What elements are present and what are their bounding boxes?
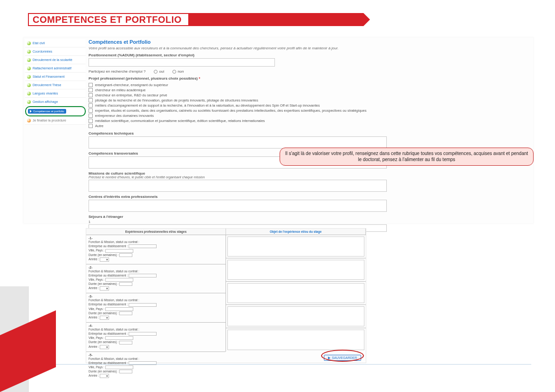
sidebar-item-scolarite[interactable]: Déroulement de la scolarité — [25, 56, 86, 64]
projet-option[interactable]: métiers d'accompagnement et de support à… — [89, 103, 532, 108]
annee-select[interactable] — [100, 345, 109, 349]
projet-checkbox-group: enseignant-chercheur, enseignant du supé… — [89, 82, 532, 128]
radio-oui[interactable]: oui — [154, 69, 164, 74]
form-sidebar: Etat civil Coordonnées Déroulement de la… — [25, 39, 86, 125]
ville-input[interactable] — [105, 249, 133, 253]
projet-option[interactable]: chercheur en milieu académique — [89, 88, 532, 93]
sidebar-item-label: Compétences et portfolio — [33, 110, 64, 113]
sidebar-item-etat-civil[interactable]: Etat civil — [25, 39, 86, 47]
duree-input[interactable] — [119, 370, 132, 373]
status-dot-icon — [27, 83, 31, 87]
checkbox-icon — [89, 88, 93, 92]
interests-label: Centres d'intérêts extra professionnels — [89, 195, 532, 199]
form-intro: Votre profil sera accessible aux recrute… — [89, 46, 532, 50]
ville-input[interactable] — [105, 278, 133, 282]
status-dot-icon — [27, 100, 31, 104]
missions-hint: Précisez le nombre d'heures, le public c… — [89, 176, 532, 179]
job-search-question: Participez en recherche d'emploi ? oui n… — [89, 69, 532, 74]
position-label: Positionnement (%ADUM) (établissement, s… — [89, 53, 532, 57]
radio-non[interactable]: non — [172, 69, 184, 74]
table-header-right: Objet de l'expérience et/ou du stage — [226, 229, 366, 235]
ent-input[interactable] — [129, 274, 157, 277]
experience-group: -2- Fonction & Mission, statut ou contra… — [86, 264, 226, 294]
annee-select[interactable] — [100, 374, 109, 378]
table-body: -1- Fonction & Mission, statut ou contra… — [86, 235, 366, 351]
form-heading: Compétences et Portfolio — [89, 39, 532, 45]
active-chip: Compétences et portfolio — [28, 109, 66, 114]
ville-input[interactable] — [105, 365, 133, 369]
experience-group: -1- Fonction & Mission, statut ou contra… — [86, 235, 226, 264]
ent-input[interactable] — [129, 244, 157, 248]
sidebar-item-label: Déroulement de la scolarité — [33, 58, 72, 61]
experience-desc-input[interactable] — [227, 306, 364, 326]
sidebar-item-these[interactable]: Déroulement Thèse — [25, 81, 86, 89]
position-input[interactable] — [89, 58, 275, 67]
sidebar-item-label: Déroulement Thèse — [33, 83, 61, 87]
sidebar-item-rattachement[interactable]: Rattachement administratif — [25, 64, 86, 73]
table-left-column: -1- Fonction & Mission, statut ou contra… — [86, 235, 226, 351]
group-title: Fonction & Mission, statut ou contrat : — [89, 298, 223, 302]
sidebar-item-finalise[interactable]: Je finalise la procédure — [25, 116, 86, 125]
experience-desc-input[interactable] — [227, 330, 364, 350]
experience-desc-cell — [226, 305, 366, 328]
projet-option[interactable]: enseignant-chercheur, enseignant du supé… — [89, 82, 532, 88]
projet-option[interactable]: pilotage de la recherche et de l'innovat… — [89, 98, 532, 103]
group-number: -4- — [89, 324, 223, 327]
ville-label: Ville, Pays : — [89, 249, 104, 252]
title-arrow-tail — [189, 13, 363, 26]
chevron-right-icon — [30, 110, 32, 113]
projet-option[interactable]: chercheur en entreprise, R&D du secteur … — [89, 93, 532, 98]
experience-desc-cell — [226, 328, 366, 351]
skills-tech-input[interactable] — [89, 136, 387, 149]
ent-input[interactable] — [129, 332, 157, 336]
projet-option[interactable]: Autre — [89, 123, 532, 128]
sidebar-item-label: Statut et Financement — [33, 75, 64, 78]
experience-desc-cell — [226, 258, 366, 282]
abroad-row-number: 1 — [89, 220, 532, 223]
sidebar-item-statut[interactable]: Statut et Financement — [25, 73, 86, 81]
duree-input[interactable] — [119, 282, 132, 286]
projet-option[interactable]: entrepreneur des domaines innovants — [89, 113, 532, 118]
duree-input[interactable] — [119, 253, 132, 257]
sidebar-item-affichage[interactable]: Gestion affichage — [25, 98, 86, 106]
slide-title-banner: COMPETENCES ET PORTFOLIO — [28, 13, 363, 26]
sidebar-item-competences[interactable]: Compétences et portfolio — [25, 106, 86, 116]
status-dot-icon — [27, 41, 31, 45]
group-title: Fonction & Mission, statut ou contrat : — [89, 327, 223, 331]
projet-option[interactable]: expertise, études et conseils, dans des … — [89, 108, 532, 113]
experience-desc-input[interactable] — [227, 260, 364, 280]
annee-select[interactable] — [100, 286, 109, 291]
sidebar-item-label: Je finalise la procédure — [33, 119, 66, 122]
group-number: -5- — [89, 353, 223, 357]
divider-line — [28, 364, 531, 365]
checkbox-icon — [89, 114, 93, 118]
projet-option[interactable]: médiation scientifique, communication et… — [89, 118, 532, 123]
annee-select[interactable] — [100, 316, 109, 320]
duree-input[interactable] — [119, 341, 132, 345]
checkbox-icon — [89, 119, 93, 123]
sidebar-item-label: Coordonnées — [33, 50, 52, 53]
ent-input[interactable] — [129, 303, 157, 307]
annee-select[interactable] — [100, 257, 109, 262]
sidebar-item-coordonnees[interactable]: Coordonnées — [25, 47, 86, 56]
radio-icon — [172, 70, 176, 74]
experience-group: -3- Fonction & Mission, statut ou contra… — [86, 293, 226, 323]
experience-desc-input[interactable] — [227, 237, 364, 257]
save-button[interactable]: SAUVEGARDER — [324, 355, 361, 361]
experience-desc-input[interactable] — [227, 283, 364, 303]
save-button-label: SAUVEGARDER — [332, 356, 357, 359]
ville-input[interactable] — [105, 336, 133, 340]
status-dot-icon — [27, 50, 31, 54]
status-dot-icon — [27, 58, 31, 62]
slide-title: COMPETENCES ET PORTFOLIO — [28, 13, 189, 26]
sidebar-item-langues[interactable]: Langues vivantes — [25, 89, 86, 98]
interests-input[interactable] — [89, 200, 387, 212]
screenshot-experiences-table: Expériences professionnelles et/ou stage… — [86, 228, 366, 363]
duree-input[interactable] — [119, 311, 132, 315]
missions-input[interactable] — [89, 180, 387, 192]
instruction-callout: Il s'agit là de valoriser votre profil, … — [280, 148, 534, 166]
status-dot-icon — [27, 92, 31, 95]
ville-input[interactable] — [105, 307, 133, 311]
experience-desc-cell — [226, 282, 366, 305]
sidebar-item-label: Langues vivantes — [33, 92, 58, 95]
